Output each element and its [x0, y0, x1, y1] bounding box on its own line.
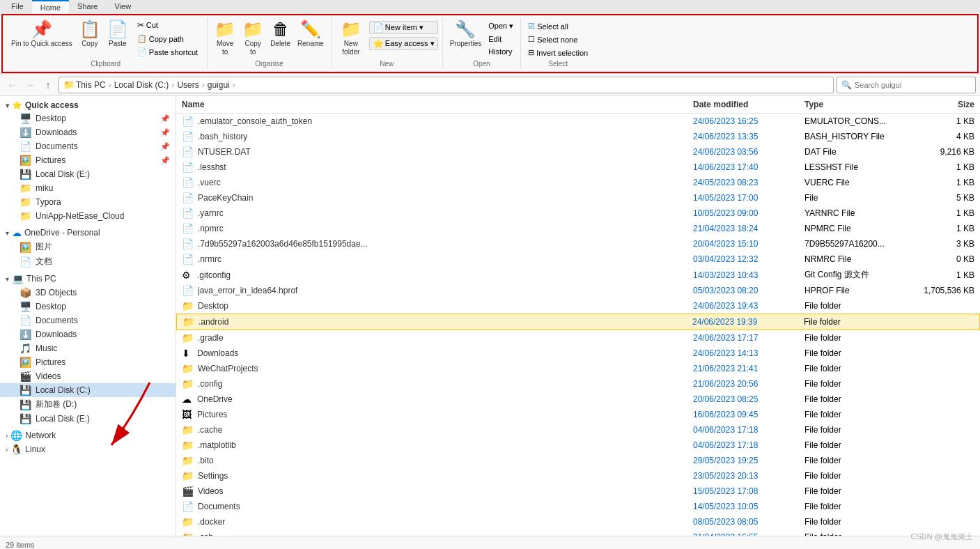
- forward-button[interactable]: →: [22, 77, 38, 93]
- file-size: [910, 398, 980, 401]
- address-path[interactable]: 📁 This PC › Local Disk (C:) › Users › gu…: [59, 77, 834, 93]
- table-row[interactable]: ☁ OneDrive 20/06/2023 08:25 File folder: [176, 392, 980, 407]
- history-button[interactable]: History: [485, 47, 516, 56]
- tab-view[interactable]: View: [106, 0, 139, 14]
- status-bar: 29 items: [0, 536, 980, 549]
- table-row[interactable]: 📄 Documents 14/05/2023 10:05 File folder: [176, 499, 980, 514]
- table-row[interactable]: 📁 .docker 08/05/2023 08:05 File folder: [176, 514, 980, 529]
- pin-to-quick-button[interactable]: 📌 Pin to Quick access: [8, 18, 75, 49]
- sidebar-item-downloads-pc[interactable]: ⬇️Downloads: [0, 327, 176, 341]
- table-row[interactable]: 📄 NTUSER.DAT 24/06/2023 03:56 DAT File 9…: [176, 144, 980, 160]
- sidebar-item-desktop-pc[interactable]: 🖥️Desktop: [0, 300, 176, 314]
- path-users[interactable]: Users: [177, 80, 199, 90]
- tab-file[interactable]: File: [3, 0, 32, 14]
- table-row[interactable]: 📄 .npmrc 21/04/2023 18:24 NPMRC File 1 K…: [176, 221, 980, 236]
- table-row[interactable]: 📁 .matplotlib 04/06/2023 17:18 File fold…: [176, 438, 980, 453]
- path-this-pc[interactable]: This PC: [76, 80, 106, 90]
- table-row[interactable]: 📄 java_error_in_idea64.hprof 05/03/2023 …: [176, 283, 980, 298]
- easy-access-button[interactable]: ⭐ Easy access ▾: [369, 37, 438, 50]
- rename-button[interactable]: ✏️ Rename: [295, 18, 327, 49]
- copy-path-button[interactable]: 📋 Copy path: [135, 33, 200, 44]
- up-button[interactable]: ↑: [40, 77, 56, 93]
- table-row[interactable]: 📁 .config 21/06/2023 20:56 File folder: [176, 376, 980, 392]
- sidebar-item-downloads-qa[interactable]: ⬇️ Downloads 📌: [0, 125, 176, 139]
- move-to-button[interactable]: 📁 Moveto: [212, 18, 238, 58]
- sidebar-item-pictures-pc[interactable]: 🖼️Pictures: [0, 355, 176, 369]
- quick-access-header[interactable]: ▾ ⭐ Quick access: [0, 99, 176, 111]
- sidebar-item-miku[interactable]: 📁 miku: [0, 181, 176, 195]
- search-input[interactable]: [855, 81, 971, 89]
- file-type: File folder: [799, 454, 910, 467]
- open-button[interactable]: Open ▾: [485, 21, 516, 31]
- edit-button[interactable]: Edit: [485, 34, 516, 44]
- sidebar-item-videos[interactable]: 🎬Videos: [0, 369, 176, 383]
- sidebar-item-local-disk-c[interactable]: 💾Local Disk (C:): [0, 383, 176, 397]
- properties-button[interactable]: 🔧 Properties: [447, 18, 485, 49]
- table-row[interactable]: 📁 Desktop 24/06/2023 19:43 File folder: [176, 298, 980, 314]
- file-date: 24/05/2023 08:23: [687, 176, 799, 189]
- table-row[interactable]: 📁 .bito 29/05/2023 19:25 File folder: [176, 453, 980, 468]
- sidebar-item-documents-pc[interactable]: 📄Documents: [0, 314, 176, 327]
- sidebar-item-typora[interactable]: 📁 Typora: [0, 195, 176, 209]
- table-row[interactable]: 📁 .android 24/06/2023 19:39 File folder: [176, 314, 980, 330]
- table-row[interactable]: ⬇ Downloads 24/06/2023 14:13 File folder: [176, 346, 980, 361]
- new-folder-button[interactable]: 📁 Newfolder: [336, 18, 366, 58]
- sidebar-item-music[interactable]: 🎵Music: [0, 341, 176, 355]
- file-type: File folder: [799, 408, 910, 421]
- col-type-header[interactable]: Type: [799, 98, 910, 111]
- sidebar-item-new-vol-d[interactable]: 💾新加卷 (D:): [0, 397, 176, 412]
- table-row[interactable]: ⚙ .gitconfig 14/03/2023 10:43 Git Config…: [176, 267, 980, 283]
- path-guigui[interactable]: guigui: [208, 80, 230, 90]
- onedrive-header[interactable]: ▾ ☁ OneDrive - Personal: [0, 226, 176, 240]
- sidebar-item-pictures-qa[interactable]: 🖼️ Pictures 📌: [0, 153, 176, 167]
- path-local-disk-c[interactable]: Local Disk (C:): [114, 80, 169, 90]
- col-date-header[interactable]: Date modified: [687, 98, 799, 111]
- table-row[interactable]: 📁 .gradle 24/06/2023 17:17 File folder: [176, 330, 980, 346]
- col-size-header[interactable]: Size: [910, 98, 980, 111]
- cut-button[interactable]: ✂ Cut: [135, 20, 200, 31]
- sidebar-item-documents-qa[interactable]: 📄 Documents 📌: [0, 139, 176, 153]
- select-none-button[interactable]: ☐ Select none: [525, 34, 591, 45]
- table-row[interactable]: 🎬 Videos 15/05/2023 17:08 File folder: [176, 484, 980, 499]
- table-row[interactable]: 📁 Settings 23/05/2023 20:13 File folder: [176, 468, 980, 484]
- table-row[interactable]: 📄 .lesshst 14/06/2023 17:40 LESSHST File…: [176, 160, 980, 175]
- copy-to-button[interactable]: 📁 Copyto: [240, 18, 266, 58]
- table-row[interactable]: 📁 WeChatProjects 21/06/2023 21:41 File f…: [176, 361, 980, 376]
- this-pc-header[interactable]: ▾ 💻 This PC: [0, 272, 176, 286]
- invert-selection-button[interactable]: ⊟ Invert selection: [525, 47, 591, 58]
- tab-share[interactable]: Share: [69, 0, 106, 14]
- back-button[interactable]: ←: [4, 77, 20, 93]
- sidebar-item-desktop[interactable]: 🖥️ Desktop 📌: [0, 111, 176, 125]
- table-row[interactable]: 📄 .7d9b55297a162003a6d46e85fb151995dae..…: [176, 236, 980, 252]
- copy-button[interactable]: 📋 Copy: [77, 18, 103, 49]
- select-all-button[interactable]: ☑ Select all: [525, 21, 591, 31]
- clipboard-group: 📌 Pin to Quick access 📋 Copy 📄 Paste ✂ C…: [7, 18, 208, 69]
- table-row[interactable]: 📁 .cache 04/06/2023 17:18 File folder: [176, 422, 980, 438]
- sidebar-item-local-disk-e-qa[interactable]: 💾 Local Disk (E:): [0, 167, 176, 181]
- sidebar-item-uniapp[interactable]: 📁 UniApp-NetEase_Cloud: [0, 209, 176, 223]
- table-row[interactable]: 📄 .vuerc 24/05/2023 08:23 VUERC File 1 K…: [176, 175, 980, 190]
- table-row[interactable]: 📄 .nrmrc 03/04/2023 12:32 NRMRC File 0 K…: [176, 252, 980, 267]
- sidebar-item-docs-od[interactable]: 📄 文档: [0, 254, 176, 269]
- sidebar-item-local-disk-e[interactable]: 💾Local Disk (E:): [0, 412, 176, 426]
- table-row[interactable]: 📄 PaceKeyChain 14/05/2023 17:00 File 5 K…: [176, 190, 980, 206]
- table-row[interactable]: 📁 .ssh 21/04/2023 16:55 File folder: [176, 529, 980, 536]
- sidebar-item-pictures-od[interactable]: 🖼️ 图片: [0, 240, 176, 254]
- tab-home[interactable]: Home: [32, 0, 69, 14]
- file-date: 03/04/2023 12:32: [687, 253, 799, 265]
- file-icon: 📁: [182, 300, 194, 311]
- linux-header[interactable]: › 🐧 Linux: [0, 442, 176, 456]
- table-row[interactable]: 📄 .emulator_console_auth_token 24/06/202…: [176, 114, 980, 129]
- paste-shortcut-button[interactable]: 📄 Paste shortcut: [135, 47, 200, 57]
- network-header[interactable]: › 🌐 Network: [0, 428, 176, 442]
- file-date: 04/06/2023 17:18: [687, 424, 799, 436]
- col-name-header[interactable]: Name: [176, 98, 687, 111]
- sidebar-item-3d-objects[interactable]: 📦3D Objects: [0, 286, 176, 300]
- table-row[interactable]: 📄 .bash_history 24/06/2023 13:35 BASH_HI…: [176, 129, 980, 144]
- table-row[interactable]: 🖼 Pictures 16/06/2023 09:45 File folder: [176, 407, 980, 422]
- delete-button[interactable]: 🗑 Delete: [267, 18, 293, 49]
- search-box[interactable]: 🔍: [837, 77, 976, 93]
- paste-button[interactable]: 📄 Paste: [104, 18, 131, 49]
- table-row[interactable]: 📄 .yarnrc 10/05/2023 09:00 YARNRC File 1…: [176, 206, 980, 221]
- new-item-button[interactable]: 📄 New item ▾: [369, 21, 438, 34]
